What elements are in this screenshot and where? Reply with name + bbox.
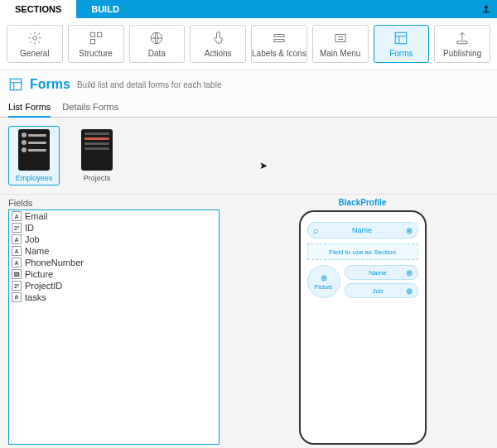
card-thumb [81,129,113,171]
workspace: Fields AEmail2³IDAJobANameAPhoneNumber🖼P… [0,195,497,448]
card-employees[interactable]: Employees [8,126,60,185]
card-label: Employees [16,174,53,182]
field-name: PhoneNumber [25,258,84,267]
field-name: Job [25,234,40,244]
tool-publishing[interactable]: Publishing [434,25,490,63]
svg-rect-9 [10,79,22,90]
svg-rect-8 [396,32,408,44]
field-name: ProjectID [25,281,62,291]
search-field-slot[interactable]: ⌕ Name ⊗ [307,222,418,238]
tool-actions[interactable]: Actions [190,25,246,63]
field-type-icon: A [12,211,22,221]
clear-icon[interactable]: ⊗ [406,226,413,235]
forms-icon [8,77,23,92]
preview-title: BlackProfile [339,198,387,210]
field-name: Email [25,211,48,221]
field-item[interactable]: APhoneNumber [9,257,219,268]
search-icon: ⌕ [313,225,319,235]
labels-icon [272,31,287,46]
section-subtitle: Build list and detail forms for each tab… [77,80,222,89]
phone-preview: ⌕ Name ⊗ Field to use as Section ⊗ Pictu… [299,210,427,445]
forms-icon [393,31,408,46]
clear-icon[interactable]: ⊗ [321,273,327,282]
fields-panel: Fields AEmail2³IDAJobANameAPhoneNumber🖼P… [8,198,220,445]
field-type-icon: 2³ [12,281,22,291]
card-projects[interactable]: Projects [71,126,123,185]
card-label: Projects [84,174,111,182]
field-type-icon: 🖼 [12,269,22,279]
svg-rect-1 [90,32,94,36]
tool-forms[interactable]: Forms [374,25,430,63]
field-item[interactable]: AName [9,245,219,257]
tap-icon [210,31,225,46]
picture-slot[interactable]: ⊗ Picture [307,265,340,298]
field-item[interactable]: 2³ID [9,222,219,234]
field-slot-1[interactable]: Name ⊗ [345,265,418,280]
form-tabs: List Forms Details Forms [0,99,497,118]
fields-list[interactable]: AEmail2³IDAJobANameAPhoneNumber🖼Picture2… [8,210,220,445]
section-title: Forms [30,77,70,92]
preview-panel: BlackProfile ⌕ Name ⊗ Field to use as Se… [236,198,489,445]
field-name: Picture [25,269,53,279]
gear-icon [27,31,42,46]
section-header: Forms Build list and detail forms for ea… [0,70,497,99]
field-item[interactable]: 2³ProjectID [9,280,219,291]
tab-details-forms[interactable]: Details Forms [62,99,118,117]
tool-data[interactable]: Data [129,25,186,63]
field-type-icon: A [12,246,22,256]
template-cards: Employees Projects [0,118,497,195]
field-name: ID [25,223,34,233]
field-name: Name [25,246,49,256]
tool-labels[interactable]: Labels & Icons [251,25,307,63]
card-thumb [18,129,50,171]
field-name: tasks [25,292,46,302]
tool-structure[interactable]: Structure [68,25,124,63]
publish-icon [455,31,470,46]
field-slot-2[interactable]: Job ⊗ [345,283,418,298]
field-type-icon: 2³ [12,223,22,233]
top-tab-sections[interactable]: SECTIONS [0,0,76,18]
upload-icon[interactable] [479,0,494,18]
field-item[interactable]: AJob [9,234,219,245]
field-type-icon: ⋔ [12,292,22,302]
top-tab-bar: SECTIONS BUILD [0,0,497,18]
svg-rect-5 [274,34,284,36]
tab-list-forms[interactable]: List Forms [8,99,51,117]
structure-icon [89,31,104,46]
section-field-slot[interactable]: Field to use as Section [307,243,418,260]
svg-point-0 [33,36,37,40]
svg-rect-2 [97,32,101,36]
field-type-icon: A [12,234,22,244]
menu-icon [333,31,348,46]
globe-icon [149,31,164,46]
top-tab-build[interactable]: BUILD [76,0,134,18]
clear-icon[interactable]: ⊗ [406,287,413,296]
svg-rect-6 [274,39,284,41]
toolbar: General Structure Data Actions Labels & … [0,18,497,70]
fields-title: Fields [8,198,220,210]
svg-rect-7 [335,34,345,41]
field-item[interactable]: ⋔tasks [9,291,219,303]
svg-rect-3 [90,39,94,43]
field-item[interactable]: 🖼Picture [9,268,219,280]
field-item[interactable]: AEmail [9,210,219,222]
clear-icon[interactable]: ⊗ [406,268,413,277]
tool-general[interactable]: General [7,25,63,63]
tool-mainmenu[interactable]: Main Menu [312,25,369,63]
field-type-icon: A [12,258,22,267]
